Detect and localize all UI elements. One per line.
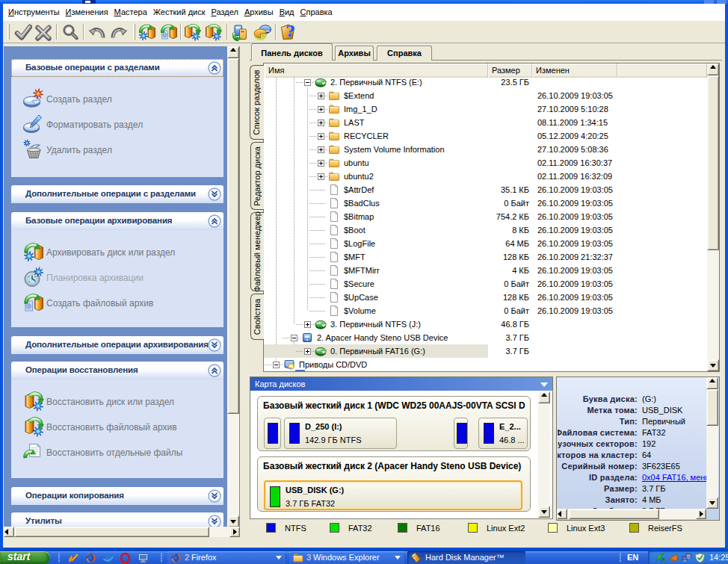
tree-row[interactable]: Приводы CD/DVD xyxy=(264,358,706,371)
partition-block-d250[interactable]: D_250 (I:)142.9 ГБ NTFS xyxy=(284,418,397,449)
tree-row[interactable]: Img_1_D27.10.2009 5:10:28 xyxy=(264,102,706,116)
sidebar-action-restore-archive[interactable]: Восстановить файловый архив xyxy=(11,416,223,439)
tree-row[interactable]: 2. Apacer Handy Steno USB Device3.7 ГБ xyxy=(264,331,706,344)
scroll-thumb[interactable] xyxy=(227,58,239,414)
partition-block[interactable] xyxy=(264,418,281,449)
task-group-arrow-icon[interactable] xyxy=(276,556,282,560)
tab-help[interactable]: Справка xyxy=(377,46,432,61)
panel-expand-button[interactable] xyxy=(208,338,221,352)
task-group-arrow-icon[interactable] xyxy=(395,556,401,560)
panel-header-advanced-partition-ops[interactable]: Дополнительные операции с разделами xyxy=(11,185,223,203)
scroll-up-button[interactable] xyxy=(706,377,718,389)
column-header-modified[interactable]: Изменен xyxy=(532,63,617,78)
scroll-thumb[interactable] xyxy=(569,509,659,519)
panel-header-copy-ops[interactable]: Операции копирования xyxy=(11,487,223,505)
toolbar-button-copy-partition[interactable] xyxy=(230,22,250,42)
scroll-up-button[interactable] xyxy=(227,46,239,58)
tree-expander-expand[interactable] xyxy=(304,321,311,328)
property-value-link[interactable]: 0x04 FAT16, мень xyxy=(642,473,706,482)
panel-collapse-button[interactable] xyxy=(208,61,221,75)
scroll-thumb[interactable] xyxy=(707,75,719,250)
tree-row[interactable]: $BadClus0 Байт26.10.2009 19:03:05 xyxy=(264,196,706,210)
tree-expander-collapse[interactable] xyxy=(273,362,280,368)
tree-expander-expand[interactable] xyxy=(318,146,324,153)
partition-block-e2[interactable]: E_2...46.8 ... xyxy=(478,418,528,449)
sidebar-action-restore-disk[interactable]: Восстановить диск или раздел xyxy=(11,391,223,413)
toolbar-gripper[interactable] xyxy=(7,24,10,40)
sidebar-action-schedule-archive[interactable]: Планировка архивации xyxy=(11,267,223,289)
toolbar-gripper[interactable] xyxy=(133,24,135,40)
sidebar-action-create-partition[interactable]: Создать раздел xyxy=(11,88,223,111)
panel-header-restore-ops[interactable]: Операции восстановления xyxy=(11,362,223,379)
menu-help[interactable]: Справка xyxy=(297,4,336,21)
tree-expander-expand[interactable] xyxy=(318,173,324,180)
tray-icon-horn[interactable] xyxy=(667,552,679,563)
tree-row[interactable]: LAST08.11.2009 1:34:15 xyxy=(264,116,706,129)
task-button-windows-explorer-group[interactable]: 3Windows Explorer xyxy=(289,551,405,564)
tree-row[interactable]: $Volume0 Байт26.10.2009 19:03:05 xyxy=(264,304,706,317)
task-button-hard-disk-manager[interactable]: Hard Disk Manager™ xyxy=(407,551,525,564)
language-indicator[interactable]: EN xyxy=(627,553,638,562)
sidebar-vertical-scrollbar[interactable] xyxy=(227,46,239,527)
tree-expander-expand[interactable] xyxy=(318,93,324,99)
tree-expander-collapse[interactable] xyxy=(291,335,297,341)
sidebar-action-archive-file[interactable]: Создать файловый архив xyxy=(11,292,223,314)
scroll-right-button[interactable] xyxy=(229,527,240,537)
toolbar-button-restore-archive[interactable] xyxy=(203,22,223,42)
tree-row[interactable]: 2. Первичный NTFS (E:)23.5 ГБ xyxy=(264,78,706,89)
tree-row[interactable]: $UpCase128 КБ26.10.2009 19:03:05 xyxy=(264,291,706,304)
tray-icon-net[interactable] xyxy=(681,552,692,563)
quick-launch-opera[interactable] xyxy=(120,552,131,563)
quick-launch-firefox[interactable] xyxy=(85,552,96,563)
toolbar-button-view-changes[interactable] xyxy=(61,22,80,42)
menu-hard-disk[interactable]: Жесткий диск xyxy=(150,4,209,21)
tree-expander-expand[interactable] xyxy=(318,106,324,113)
toolbar-button-undo[interactable] xyxy=(87,22,107,42)
tree-expander-collapse[interactable] xyxy=(304,79,311,86)
column-header-size[interactable]: Размер xyxy=(488,63,532,78)
sidebar-action-delete-partition[interactable]: Удалить раздел xyxy=(11,139,223,161)
tree-row[interactable]: ubuntu202.11.2009 16:32:09 xyxy=(264,170,706,183)
tab-archives[interactable]: Архивы xyxy=(335,46,374,61)
sidebar-horizontal-scrollbar[interactable] xyxy=(4,527,240,537)
tree-row[interactable]: $LogFile64 МБ26.10.2009 19:03:05 xyxy=(264,237,706,250)
toolbar-button-archive-file[interactable] xyxy=(159,22,179,42)
tree-row[interactable]: 0. Первичный FAT16 (G:)3.7 ГБ xyxy=(264,344,706,358)
toolbar-button-redo[interactable] xyxy=(109,22,129,42)
tree-row[interactable]: RECYCLER05.12.2009 4:20:25 xyxy=(264,129,706,143)
sidebar-action-restore-files[interactable]: Восстановить отдельные файлы xyxy=(11,441,223,464)
toolbar-button-apply[interactable] xyxy=(13,22,33,42)
tree-row[interactable]: System Volume Information27.10.2009 5:08… xyxy=(264,143,706,156)
partition-block-usbdisk[interactable]: USB_DISK (G:)3.7 ГБ FAT32 xyxy=(264,480,522,510)
side-tab-properties[interactable]: Свойства xyxy=(250,294,264,340)
quick-launch-paint[interactable] xyxy=(67,552,78,563)
task-button-firefox-group[interactable]: 2Firefox xyxy=(167,551,286,564)
menu-tools[interactable]: Инструменты xyxy=(5,4,63,21)
tree-row[interactable]: $Bitmap754.2 КБ26.10.2009 19:03:05 xyxy=(264,210,706,223)
panel-expand-button[interactable] xyxy=(208,188,221,201)
tree-row[interactable]: 3. Первичный NTFS (J:)46.8 ГБ xyxy=(264,317,706,331)
tree-expander-expand[interactable] xyxy=(318,160,324,167)
side-tab-file-manager[interactable]: Файловый менеджер xyxy=(250,212,264,291)
properties-vertical-scrollbar[interactable] xyxy=(706,377,718,509)
panel-expand-button[interactable] xyxy=(208,489,221,503)
start-button[interactable]: start xyxy=(0,551,50,564)
panel-header-advanced-archive-ops[interactable]: Дополнительные операции архивирования xyxy=(11,336,223,354)
tree-expander-expand[interactable] xyxy=(304,348,311,355)
side-tab-partition-list[interactable]: Список разделов xyxy=(250,65,264,140)
panel-collapse-button[interactable] xyxy=(208,364,221,377)
scroll-up-button[interactable] xyxy=(707,63,719,75)
column-header-name[interactable]: Имя xyxy=(265,63,488,78)
partition-block[interactable] xyxy=(454,418,468,449)
menu-archives[interactable]: Архивы xyxy=(241,4,277,21)
properties-horizontal-scrollbar[interactable] xyxy=(557,509,706,519)
tree-vertical-scrollbar[interactable] xyxy=(707,63,719,371)
sidebar-action-archive-disk[interactable]: Архивировать диск или раздел xyxy=(11,241,223,264)
toolbar-button-partition-pie[interactable] xyxy=(253,22,272,42)
toolbar-button-discard[interactable] xyxy=(34,22,53,42)
quick-launch-internet-explorer[interactable]: e xyxy=(102,552,114,563)
toolbar-button-help[interactable]: ? xyxy=(279,22,298,42)
scroll-thumb[interactable] xyxy=(14,527,209,537)
quick-launch-display[interactable] xyxy=(138,552,149,563)
scroll-thumb[interactable] xyxy=(706,389,718,426)
